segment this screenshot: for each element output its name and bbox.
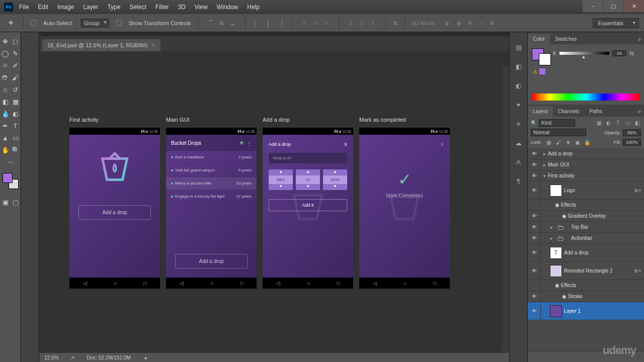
tab-color[interactable]: Color (528, 34, 550, 44)
layer-group[interactable]: 👁▸🗀Actionbar (528, 233, 644, 244)
visibility-toggle-icon[interactable]: 👁 (528, 170, 541, 181)
type-tool-icon[interactable]: T (11, 120, 21, 132)
dodge-tool-icon[interactable]: ◐ (11, 108, 21, 120)
zoom-popup-icon[interactable]: ↗ (70, 355, 74, 360)
healing-tool-icon[interactable]: ⛑ (1, 71, 11, 83)
hand-tool-icon[interactable]: ✋ (1, 144, 11, 156)
brush-tool-icon[interactable]: 🖌 (11, 71, 21, 83)
gradient-tool-icon[interactable]: ▦ (11, 96, 21, 108)
visibility-toggle-icon[interactable]: 👁 (528, 211, 541, 221)
layer-effects[interactable]: ◉ Effects (528, 280, 644, 291)
filter-adjust-icon[interactable]: ◐ (604, 119, 612, 127)
tab-layers[interactable]: Layers (528, 106, 553, 117)
filter-icon[interactable]: 🔍 (531, 120, 537, 126)
eraser-tool-icon[interactable]: ◧ (1, 96, 11, 108)
foreground-color-swatch[interactable] (3, 173, 13, 183)
quick-mask-icon[interactable]: ▣ (1, 196, 11, 208)
brushes-panel-icon[interactable]: ≡ (514, 119, 524, 129)
k-value-input[interactable] (612, 50, 626, 56)
vertical-scrollbar[interactable] (502, 66, 509, 353)
document-tab[interactable]: 16_End.psd @ 12.5% (Layer 1, RGB/8#) × (42, 39, 160, 51)
menu-image[interactable]: Image (57, 4, 74, 11)
visibility-toggle-icon[interactable]: 👁 (528, 148, 541, 159)
layer-group[interactable]: 👁▾First activity (528, 170, 644, 182)
fill-value[interactable]: 100% (623, 139, 641, 146)
align-top-icon[interactable]: ⎺ (206, 18, 216, 28)
layer-effects[interactable]: ◉ Effects (528, 200, 644, 211)
lock-pixels-icon[interactable]: 🖌 (554, 138, 562, 146)
menu-window[interactable]: Window (217, 4, 238, 11)
marquee-tool-icon[interactable]: ◻ (11, 35, 21, 47)
visibility-toggle-icon[interactable]: 👁 (528, 182, 541, 199)
zoom-level[interactable]: 12.5% (44, 355, 58, 360)
filter-type-icon[interactable]: T (614, 119, 622, 127)
collapsed-panel-left[interactable] (21, 32, 39, 362)
menu-help[interactable]: Help (247, 4, 260, 11)
lock-transparency-icon[interactable]: ▦ (545, 138, 553, 146)
filter-smart-icon[interactable]: ◧ (633, 119, 641, 127)
lasso-tool-icon[interactable]: ◯ (1, 47, 11, 59)
history-panel-icon[interactable]: ▤ (514, 42, 524, 52)
layer-group[interactable]: 👁▸🗀Top Bar (528, 222, 644, 233)
panel-menu-icon[interactable]: ≡ (635, 35, 644, 44)
close-button[interactable]: ✕ (624, 0, 644, 12)
properties-panel-icon[interactable]: ◧ (514, 61, 524, 71)
align-vcenter-icon[interactable]: ≡ (217, 18, 227, 28)
menu-3d[interactable]: 3D (178, 4, 185, 11)
tab-paths[interactable]: Paths (584, 106, 607, 117)
lock-all-icon[interactable]: 🔒 (583, 138, 591, 146)
character-panel-icon[interactable]: A (514, 157, 524, 167)
layer-effect-item[interactable]: 👁◉ Stroke (528, 291, 644, 302)
layer-row-layer1[interactable]: 👁Layer 1 (528, 302, 644, 320)
crop-tool-icon[interactable]: ⌑ (1, 59, 11, 71)
maximize-button[interactable]: ▢ (603, 0, 623, 12)
canvas[interactable]: First activity ▮▮◢12:30 ↖✥ Add a drop ◁○… (39, 51, 509, 362)
rectangle-tool-icon[interactable]: ▭ (11, 132, 21, 144)
minimize-button[interactable]: － (583, 0, 603, 12)
menu-type[interactable]: Type (107, 4, 120, 11)
pen-tool-icon[interactable]: ✒ (1, 120, 11, 132)
align-bottom-icon[interactable]: ⎽ (228, 18, 238, 28)
layer-effect-item[interactable]: 👁◉ Gradient Overlay (528, 211, 644, 222)
k-slider[interactable]: ▲ (559, 52, 609, 55)
lock-artboard-icon[interactable]: ▣ (574, 138, 582, 146)
blend-mode-dropdown[interactable]: Normal (531, 129, 586, 136)
align-left-icon[interactable]: ⎸ (253, 18, 263, 28)
panel-menu-icon[interactable]: ≡ (635, 107, 644, 117)
stamp-tool-icon[interactable]: ⎌ (1, 83, 11, 96)
layer-group[interactable]: 👁▸Main GUI (528, 159, 644, 170)
layer-row-text[interactable]: 👁TAdd a drop (528, 244, 644, 262)
align-hcenter-icon[interactable]: │ (264, 18, 274, 28)
visibility-toggle-icon[interactable]: 👁 (528, 233, 541, 243)
filter-pixel-icon[interactable]: ▦ (595, 119, 603, 127)
color-swatches[interactable] (3, 173, 19, 189)
opacity-value[interactable]: 86% (623, 129, 641, 136)
layer-row-shape[interactable]: 👁Rounded Rectangle 2fx▾ (528, 262, 644, 280)
visibility-toggle-icon[interactable]: 👁 (528, 291, 541, 302)
filter-shape-icon[interactable]: ▭ (623, 119, 631, 127)
layer-group[interactable]: 👁▸Add a drop (528, 148, 644, 159)
doc-info-arrow-icon[interactable]: ▸ (145, 355, 147, 360)
path-select-tool-icon[interactable]: ▲ (1, 132, 11, 144)
styles-panel-icon[interactable]: ✦ (514, 100, 524, 110)
visibility-toggle-icon[interactable]: 👁 (528, 262, 541, 280)
menu-filter[interactable]: Filter (155, 4, 169, 11)
menu-file[interactable]: File (19, 4, 29, 11)
lock-position-icon[interactable]: ✥ (564, 138, 572, 146)
gamut-warning-icon[interactable]: ⚠ (533, 69, 537, 74)
libraries-panel-icon[interactable]: ☁ (514, 138, 524, 148)
gamut-swatch[interactable] (539, 68, 545, 74)
visibility-toggle-icon[interactable]: 👁 (528, 244, 541, 261)
menu-view[interactable]: View (195, 4, 208, 11)
auto-select-target-dropdown[interactable]: Group (80, 19, 109, 28)
auto-select-checkbox[interactable] (31, 20, 36, 26)
blur-tool-icon[interactable]: 💧 (1, 108, 11, 120)
close-tab-icon[interactable]: × (152, 42, 155, 49)
align-right-icon[interactable]: ⎹ (275, 18, 285, 28)
history-brush-tool-icon[interactable]: ↺ (11, 83, 21, 96)
layer-row-logo[interactable]: 👁Logofx▾ (528, 182, 644, 200)
workspace-dropdown[interactable]: Essentials (593, 18, 639, 28)
eyedropper-tool-icon[interactable]: ✐ (11, 59, 21, 71)
visibility-toggle-icon[interactable]: 👁 (528, 222, 541, 232)
zoom-tool-icon[interactable]: 🔍 (11, 144, 21, 156)
